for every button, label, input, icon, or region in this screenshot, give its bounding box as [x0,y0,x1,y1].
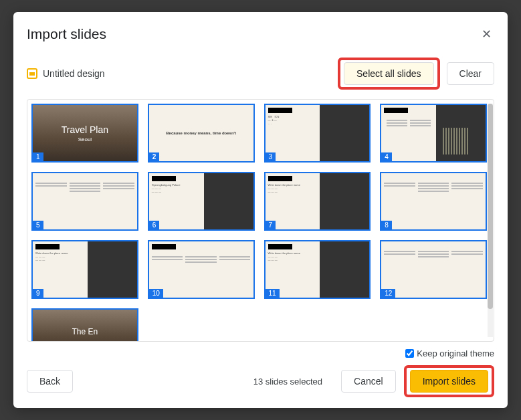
slide-number: 10 [149,289,163,298]
selection-status: 13 slides selected [253,377,322,387]
slides-file-icon [27,68,37,79]
dialog-title: Import slides [27,26,106,42]
slide-title: The En [72,327,98,336]
slide-number: 5 [33,221,43,229]
back-button[interactable]: Back [27,370,73,393]
slide-thumbnail[interactable]: 10 [148,240,255,299]
annotation-highlight: Select all slides [338,58,440,90]
slide-thumbnail[interactable]: SIN ICN— ✈ —. . . 3 [264,104,371,163]
slide-thumbnail[interactable]: Write down the place name— — —— — — 7 [264,172,371,231]
slide-thumbnail[interactable]: Because money means, time doesn't 2 [148,104,255,163]
slide-thumbnail[interactable]: 12 [380,240,487,299]
slide-caption: Because money means, time doesn't [166,131,236,135]
keep-theme-row: Keep original theme [27,348,494,358]
slide-number: 2 [149,152,160,161]
import-slides-dialog: Import slides ✕ Untitled design Select a… [13,12,508,408]
slide-subtitle: Seoul [78,136,92,142]
footer-actions: Back 13 slides selected Cancel Import sl… [27,365,494,397]
select-all-button[interactable]: Select all slides [344,62,434,85]
slide-thumbnail[interactable]: The En [31,308,138,341]
dialog-footer: Keep original theme Back 13 slides selec… [27,348,494,397]
slide-number: 8 [381,221,392,229]
slide-number: 11 [266,289,280,298]
annotation-highlight: Import slides [404,365,494,397]
slide-number: 7 [266,221,276,229]
slide-number: 4 [381,152,392,161]
close-icon[interactable]: ✕ [479,24,494,44]
slide-number: 3 [266,152,276,161]
keep-theme-checkbox[interactable] [405,349,414,358]
scrollbar[interactable] [488,104,493,337]
scrollbar-thumb[interactable] [488,104,493,309]
clear-button[interactable]: Clear [447,62,494,85]
slide-number: 6 [149,221,160,229]
slide-number: 1 [33,152,43,161]
slide-thumbnail[interactable]: Write down the place name— — —— — — 11 [264,240,371,299]
import-button[interactable]: Import slides [410,370,488,393]
slide-thumbnail[interactable]: 4 [380,104,487,163]
slide-thumbnail[interactable]: Gyeongbokgung Palace— — —— — — 6 [148,172,255,231]
slide-number: 12 [381,289,395,298]
dialog-header: Import slides ✕ [27,24,494,44]
slide-thumbnail[interactable]: Write down the place name— — —— — — 9 [31,240,138,299]
slide-thumbnail[interactable]: Travel Plan Seoul 1 [31,104,138,163]
toolbar-buttons: Select all slides Clear [338,58,494,90]
slide-number: 9 [33,289,43,298]
slide-title: Travel Plan [62,124,108,135]
slide-thumbnail[interactable]: 8 [380,172,487,231]
slides-grid[interactable]: Travel Plan Seoul 1 Because money means,… [27,100,494,341]
slides-grid-container: Travel Plan Seoul 1 Because money means,… [27,99,494,342]
toolbar: Untitled design Select all slides Clear [27,58,494,90]
cancel-button[interactable]: Cancel [341,370,396,393]
keep-theme-label: Keep original theme [417,348,494,358]
document-name: Untitled design [43,68,105,79]
document-label: Untitled design [27,68,105,79]
slide-thumbnail[interactable]: 5 [31,172,138,231]
